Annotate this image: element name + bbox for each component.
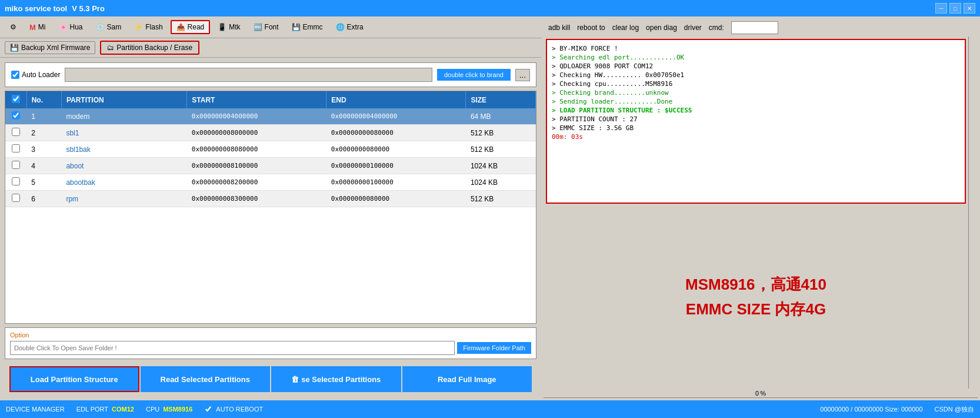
- auto-loader-input[interactable]: [65, 68, 432, 82]
- emmc-label: Emmc: [303, 23, 323, 31]
- firmware-folder-path-btn[interactable]: Firmware Folder Path: [457, 342, 531, 354]
- auto-reboot-checkbox[interactable]: [204, 405, 212, 413]
- status-auto-reboot[interactable]: AUTO REBOOT: [204, 405, 263, 413]
- minimize-btn[interactable]: ─: [935, 3, 947, 14]
- auto-loader-label: Auto Loader: [22, 71, 60, 79]
- log-scrollbar[interactable]: [968, 37, 978, 389]
- log-line: > Checking HW.......... 0x007050e1: [552, 71, 960, 79]
- option-section: Option Firmware Folder Path: [5, 327, 536, 359]
- dots-btn[interactable]: ...: [515, 69, 530, 81]
- table-row[interactable]: 3sbl1bak0x0000000080800000x0000000080000…: [5, 141, 536, 158]
- select-all-checkbox[interactable]: [12, 95, 20, 103]
- row-start: 0x000000008080000: [187, 141, 326, 158]
- app-name: miko service tool: [5, 4, 67, 13]
- read-full-btn[interactable]: Read Full Image: [402, 366, 532, 392]
- table-row[interactable]: 2sbl10x0000000080000000x0000000008000051…: [5, 125, 536, 141]
- row-size: 512 KB: [466, 141, 536, 158]
- maximize-btn[interactable]: □: [949, 3, 961, 14]
- row-size: 64 MB: [466, 108, 536, 125]
- toolbar-extra[interactable]: 🌐 Extra: [331, 21, 369, 34]
- status-csdn: CSDN @独自: [935, 405, 974, 414]
- row-checkbox[interactable]: [12, 177, 20, 185]
- toolbar-mtk[interactable]: 📱 Mtk: [212, 21, 245, 34]
- table-row[interactable]: 1modem0x0000000040000000x000000004000000…: [5, 108, 536, 125]
- table-row[interactable]: 6rpm0x0000000083000000x0000000080000512 …: [5, 191, 536, 207]
- clear-log-btn[interactable]: clear log: [612, 24, 639, 32]
- row-no: 5: [26, 174, 61, 191]
- partition-table-container: No. PARTITION START END SIZE 1modem0x000…: [5, 91, 536, 324]
- row-start: 0x000000008200000: [187, 174, 326, 191]
- row-checkbox[interactable]: [12, 144, 20, 152]
- status-cpu: CPU MSM8916: [146, 406, 192, 413]
- row-checkbox[interactable]: [12, 128, 20, 136]
- row-partition-name: abootbak: [61, 174, 186, 191]
- adb-kill-btn[interactable]: adb kill: [548, 24, 570, 32]
- row-no: 6: [26, 191, 61, 207]
- toolbar-mi[interactable]: M Mi: [24, 21, 51, 34]
- toolbar-read[interactable]: 📤 Read: [171, 20, 211, 34]
- right-panel: adb kill reboot to clear log open diag d…: [541, 16, 980, 400]
- backup-xml-btn[interactable]: 💾 Backup Xml Firmware: [5, 41, 95, 54]
- log-line: > Checking cpu..........MSM8916: [552, 80, 960, 88]
- partition-icon: 🗂: [107, 44, 114, 52]
- row-checkbox[interactable]: [12, 111, 20, 120]
- erase-icon: 🗑: [291, 375, 299, 384]
- load-partition-btn[interactable]: Load Partition Structure: [9, 366, 139, 392]
- row-partition-name: aboot: [61, 158, 186, 174]
- col-check[interactable]: [5, 91, 26, 108]
- row-no: 4: [26, 158, 61, 174]
- log-line: > Checking brand........unknow: [552, 89, 960, 97]
- auto-loader-checkbox[interactable]: [11, 71, 19, 79]
- auto-loader-checkbox-label[interactable]: Auto Loader: [11, 71, 60, 79]
- sam-label: Sam: [107, 23, 122, 31]
- sam-icon: 💿: [96, 23, 105, 31]
- cmd-input[interactable]: [731, 21, 778, 34]
- toolbar-hua[interactable]: 🌸 Hua: [54, 21, 88, 34]
- log-line: 00m: 03s: [552, 133, 960, 141]
- close-btn[interactable]: ✕: [964, 3, 975, 14]
- emmc-icon: 💾: [292, 23, 301, 31]
- mi-icon: M: [29, 23, 36, 32]
- row-checkbox[interactable]: [12, 161, 20, 169]
- erase-selected-btn[interactable]: 🗑 se Selected Partitions: [271, 366, 401, 392]
- extra-label: Extra: [347, 23, 364, 31]
- row-start: 0x000000008000000: [187, 125, 326, 141]
- driver-btn[interactable]: driver: [684, 24, 702, 32]
- partition-backup-btn[interactable]: 🗂 Partition Backup / Erase: [100, 41, 199, 55]
- brand-btn[interactable]: double click to brand: [437, 69, 511, 81]
- toolbar-font[interactable]: 🔤 Font: [248, 21, 284, 34]
- device-info-text: MSM8916，高通410EMMC SIZE 内存4G: [685, 273, 826, 321]
- table-row[interactable]: 5abootbak0x0000000082000000x000000001000…: [5, 174, 536, 191]
- toolbar-sam[interactable]: 💿 Sam: [91, 21, 127, 34]
- row-checkbox[interactable]: [12, 194, 20, 202]
- table-row[interactable]: 4aboot0x0000000081000000x000000001000001…: [5, 158, 536, 174]
- save-folder-input[interactable]: [10, 341, 455, 355]
- open-diag-btn[interactable]: open diag: [646, 24, 677, 32]
- app-version: V 5.3 Pro: [72, 4, 105, 13]
- hua-label: Hua: [70, 23, 83, 31]
- row-size: 1024 KB: [466, 174, 536, 191]
- mi-label: Mi: [38, 23, 46, 31]
- row-partition-name: sbl1: [61, 125, 186, 141]
- tools-icon: ⚙: [10, 23, 16, 31]
- right-toolbar: adb kill reboot to clear log open diag d…: [544, 19, 978, 37]
- log-line: > QDLOADER 9008 PORT COM12: [552, 62, 960, 70]
- row-size: 1024 KB: [466, 158, 536, 174]
- row-size: 512 KB: [466, 125, 536, 141]
- auto-loader-row: Auto Loader double click to brand ...: [5, 62, 536, 87]
- read-selected-btn[interactable]: Read Selected Partitions: [141, 366, 271, 392]
- mtk-label: Mtk: [229, 23, 240, 31]
- row-start: 0x000000004000000: [187, 108, 326, 125]
- row-partition-name: sbl1bak: [61, 141, 186, 158]
- toolbar-emmc[interactable]: 💾 Emmc: [286, 21, 328, 34]
- toolbar-flash[interactable]: ⚡ Flash: [129, 21, 168, 34]
- bottom-buttons: Load Partition Structure Read Selected P…: [5, 363, 536, 396]
- reboot-to-btn[interactable]: reboot to: [577, 24, 605, 32]
- backup-xml-icon: 💾: [10, 44, 19, 52]
- toolbar-tools[interactable]: ⚙: [5, 21, 22, 34]
- col-end: END: [326, 91, 466, 108]
- read-icon: 📤: [176, 23, 185, 31]
- row-start: 0x000000008100000: [187, 158, 326, 174]
- progress-bar-area: 0 %: [544, 389, 978, 398]
- col-partition: PARTITION: [61, 91, 186, 108]
